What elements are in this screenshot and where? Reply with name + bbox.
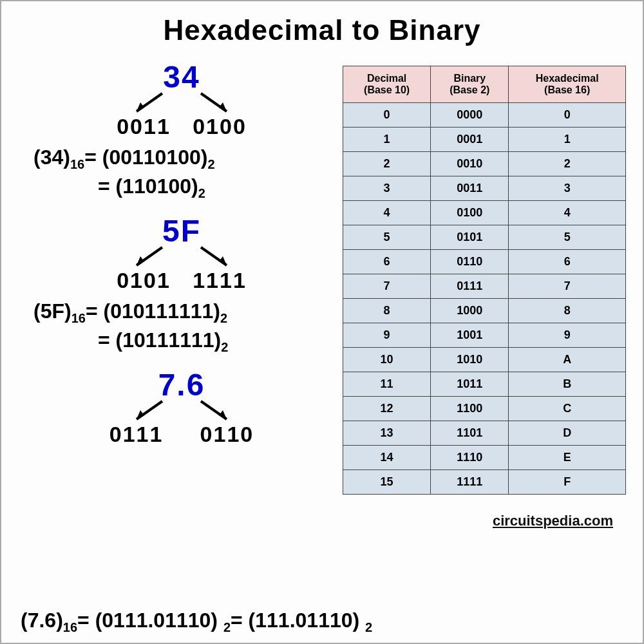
table-cell: 10 [343,348,431,372]
examples-column: 34 0011 0100 (34)16= (00110100)2 [21,53,343,529]
nibble-2a: 0101 [117,268,171,292]
nibble-3b: 0110 [200,422,254,446]
table-cell: 13 [343,421,431,446]
table-cell: F [509,470,626,495]
table-cell: D [509,421,626,446]
table-cell: 0010 [431,152,509,176]
table-cell: 1000 [431,299,509,323]
table-cell: 5 [509,225,626,250]
table-cell: E [509,446,626,470]
hex-value-2: 5F [21,213,343,249]
table-row: 701117 [343,274,626,299]
table-cell: 0001 [431,128,509,152]
table-cell: 0111 [431,274,509,299]
table-cell: 14 [343,446,431,470]
table-row: 300113 [343,176,626,201]
hex-value-1: 34 [21,59,343,95]
table-cell: 1010 [431,348,509,372]
table-cell: 6 [509,250,626,274]
equation-2-line2: = (10111111)2 [98,328,343,355]
table-cell: 1001 [431,323,509,348]
nibbles-2: 0101 1111 [21,268,343,293]
table-cell: 12 [343,397,431,421]
eq2-simplified: (10111111) [116,328,222,352]
table-header: Binary(Base 2) [431,66,509,103]
table-cell: 4 [343,201,431,225]
nibble-1a: 0011 [117,114,171,138]
table-cell: 0000 [431,103,509,128]
table-cell: 4 [509,201,626,225]
sub16: 16 [71,311,86,325]
example-1: 34 0011 0100 (34)16= (00110100)2 [21,59,343,202]
table-cell: 5 [343,225,431,250]
split-arrows-3 [21,400,343,423]
table-row: 200102 [343,152,626,176]
sub2: 2 [198,187,205,201]
table-row: 100011 [343,128,626,152]
table-cell: 1011 [431,372,509,397]
table-row: 810008 [343,299,626,323]
eq2-lhs: (5F) [33,299,71,323]
equation-3: (7.6)16= (0111.01110) 2= (111.01110) 2 [21,609,372,635]
page-title: Hexadecimal to Binary [1,14,643,46]
table-row: 501015 [343,225,626,250]
table-cell: 2 [343,152,431,176]
table-cell: 0110 [431,250,509,274]
equals-sign: = [86,299,98,323]
table-row: 111011B [343,372,626,397]
table-row: 401004 [343,201,626,225]
equals-sign: = [231,609,243,632]
sub2: 2 [365,620,372,634]
equals-sign: = [77,609,90,632]
table-cell: 9 [343,323,431,348]
eq1-rhs: (00110100) [102,146,208,169]
table-cell: 7 [343,274,431,299]
table-cell: 0 [509,103,626,128]
split-arrows-1 [21,92,343,115]
table-cell: 1 [509,128,626,152]
table-cell: 1100 [431,397,509,421]
content-area: 34 0011 0100 (34)16= (00110100)2 [1,53,643,529]
table-row: 101010A [343,348,626,372]
table-cell: 7 [509,274,626,299]
table-cell: C [509,397,626,421]
table-cell: A [509,348,626,372]
table-column: Decimal(Base 10)Binary(Base 2)Hexadecima… [343,53,626,529]
table-row: 910019 [343,323,626,348]
table-cell: 9 [509,323,626,348]
table-cell: B [509,372,626,397]
table-cell: 8 [509,299,626,323]
table-cell: 11 [343,372,431,397]
table-cell: 8 [343,299,431,323]
credit-text: circuitspedia.com [343,513,613,529]
table-row: 601106 [343,250,626,274]
nibbles-1: 0011 0100 [21,114,343,139]
table-row: 121100C [343,397,626,421]
table-header: Decimal(Base 10) [343,66,431,103]
nibble-1b: 0100 [193,114,247,138]
table-cell: 2 [509,152,626,176]
table-cell: 1 [343,128,431,152]
sub2: 2 [221,341,228,355]
table-row: 131101D [343,421,626,446]
eq3-lhs: (7.6) [21,609,63,632]
table-cell: 6 [343,250,431,274]
equation-2-line1: (5F)16= (010111111)2 [33,299,343,326]
eq3-mid: (0111.01110) [95,609,218,632]
sub2: 2 [207,157,214,171]
table-cell: 3 [509,176,626,201]
equals-sign: = [84,146,97,169]
eq1-lhs: (34) [33,146,70,169]
equation-1-line1: (34)16= (00110100)2 [33,146,343,172]
table-cell: 3 [343,176,431,201]
table-cell: 0 [343,103,431,128]
sub2: 2 [223,620,231,634]
nibble-3a: 0111 [109,422,164,446]
table-cell: 1101 [431,421,509,446]
table-cell: 1111 [431,470,509,495]
table-cell: 0101 [431,225,509,250]
eq1-simplified: (110100) [116,175,198,198]
example-2: 5F 0101 1111 (5F)16= (010111111)2 [21,213,343,355]
nibble-2b: 1111 [193,268,247,292]
sub2: 2 [220,311,227,325]
